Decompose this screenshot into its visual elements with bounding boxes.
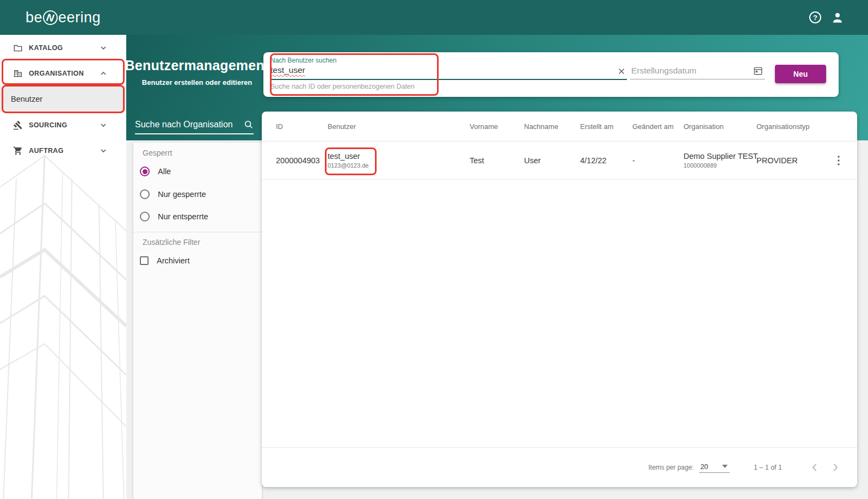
sidebar-item-sourcing[interactable]: SOURCING — [0, 112, 126, 138]
checkbox-label: Archiviert — [157, 256, 189, 265]
cell-organisation: Demo Supplier TEST 1000000889 — [684, 152, 756, 169]
cell-erstellt-am: 4/12/22 — [580, 156, 632, 165]
column-header-organisation: Organisation — [684, 122, 756, 131]
cart-icon — [13, 146, 23, 156]
items-per-page-label: Items per page: — [648, 464, 693, 471]
logo-n-icon: N — [42, 9, 58, 26]
sidebar-item-label: SOURCING — [29, 121, 67, 129]
chevron-down-icon — [99, 121, 108, 130]
sidebar-nav: KATALOG ORGANISATION — [0, 35, 126, 499]
sidebar-item-auftrag[interactable]: AUFTRAG — [0, 138, 126, 163]
filter-divider — [133, 232, 262, 232]
cell-geaendert-am: - — [632, 156, 684, 165]
column-header-id: ID — [276, 122, 328, 131]
app-root: beNeering ? — [0, 0, 868, 499]
logo-text-prefix: be — [26, 9, 42, 26]
radio-label: Alle — [158, 167, 171, 176]
filter-panel: Gesperrt Alle Nur gesperrte Nur entsperr… — [133, 143, 262, 499]
sidebar-item-label: ORGANISATION — [29, 70, 84, 77]
checkbox-archiviert[interactable]: Archiviert — [140, 256, 189, 265]
logo-text-suffix: eering — [58, 9, 101, 26]
top-app-bar: beNeering ? — [0, 0, 868, 35]
sidebar-item-label: AUFTRAG — [29, 147, 64, 155]
radio-unselected-icon — [140, 212, 150, 221]
items-per-page-value: 20 — [700, 463, 708, 471]
folder-icon — [13, 43, 23, 53]
clear-search-icon[interactable] — [617, 66, 626, 76]
column-header-benutzer: Benutzer — [328, 122, 470, 131]
checkbox-icon — [140, 256, 149, 265]
calendar-icon[interactable] — [753, 66, 763, 76]
user-table-card: ID Benutzer Vorname Nachname Erstellt am… — [262, 112, 857, 487]
cell-benutzer-name: test_user — [328, 152, 470, 161]
next-page-icon[interactable] — [829, 461, 842, 474]
cell-benutzer: test_user 0123@0123.de — [328, 152, 470, 169]
column-header-organisationstyp: Organisationstyp — [756, 122, 829, 131]
column-header-nachname: Nachname — [524, 122, 580, 131]
date-input-underline — [630, 79, 765, 79]
cell-id: 2000004903 — [276, 156, 328, 165]
table-paginator: Items per page: 20 1 – 1 of 1 — [262, 447, 857, 487]
table-empty-space — [262, 180, 857, 447]
chevron-up-icon — [99, 69, 108, 78]
user-search-input[interactable]: test_user — [270, 65, 305, 75]
column-header-geaendert-am: Geändert am — [632, 122, 684, 131]
cell-organisation-id: 1000000889 — [684, 162, 756, 169]
organisation-search-field[interactable]: Suche nach Organisation — [135, 120, 254, 134]
table-header-row: ID Benutzer Vorname Nachname Erstellt am… — [262, 112, 857, 141]
gavel-icon — [13, 120, 23, 130]
account-icon[interactable] — [831, 11, 844, 24]
sidebar-item-organisation[interactable]: ORGANISATION — [0, 60, 126, 86]
sidebar-item-label: KATALOG — [29, 44, 63, 52]
cell-benutzer-email: 0123@0123.de — [328, 162, 470, 169]
radio-option-alle[interactable]: Alle — [140, 167, 171, 176]
cell-vorname: Test — [470, 156, 524, 165]
radio-option-nur-entsperrte[interactable]: Nur entsperrte — [140, 212, 208, 221]
items-per-page-select[interactable]: 20 — [699, 463, 730, 473]
user-search-card: Nach Benutzer suchen test_user Suche nac… — [263, 52, 839, 97]
help-glyph: ? — [813, 14, 817, 22]
main-content: Benutzermanagement Benutzer erstellen od… — [126, 35, 868, 499]
column-header-erstellt-am: Erstellt am — [580, 122, 632, 131]
chevron-down-icon — [99, 146, 108, 155]
search-helper-text: Suche nach ID oder personenbezogenen Dat… — [270, 83, 415, 90]
paginator-range-label: 1 – 1 of 1 — [754, 464, 782, 471]
beneering-logo: beNeering — [0, 9, 126, 26]
table-row[interactable]: 2000004903 test_user 0123@0123.de Test U… — [262, 141, 857, 180]
chevron-down-icon — [99, 44, 108, 52]
organisation-search-underline — [135, 133, 254, 134]
row-menu-kebab-icon[interactable] — [837, 155, 840, 166]
sidebar-subitem-benutzer[interactable]: Benutzer — [0, 86, 126, 112]
organisation-search-placeholder: Suche nach Organisation — [135, 120, 233, 130]
topbar-actions: ? — [809, 11, 868, 24]
sidebar-subitem-label: Benutzer — [11, 95, 42, 103]
creation-date-input[interactable]: Erstellungsdatum — [631, 66, 697, 76]
cell-organisation-name: Demo Supplier TEST — [684, 152, 756, 161]
radio-label: Nur gesperrte — [158, 190, 206, 199]
cell-nachname: User — [524, 156, 580, 165]
help-icon[interactable]: ? — [809, 11, 821, 23]
new-user-button[interactable]: Neu — [775, 65, 826, 83]
previous-page-icon[interactable] — [808, 461, 821, 474]
search-input-underline — [270, 79, 627, 80]
search-field-label: Nach Benutzer suchen — [270, 57, 336, 64]
building-sketch-image — [0, 122, 126, 499]
filter-section-zusaetzliche: Zusätzliche Filter — [143, 238, 200, 247]
radio-selected-icon — [140, 167, 150, 176]
radio-unselected-icon — [140, 189, 150, 199]
filter-section-gesperrt: Gesperrt — [143, 149, 172, 157]
radio-label: Nur entsperrte — [158, 212, 208, 221]
cell-organisationstyp: PROVIDER — [756, 156, 829, 165]
organisation-building-icon — [13, 69, 23, 78]
page-title: Benutzermanagement — [125, 58, 269, 73]
column-header-vorname: Vorname — [470, 122, 524, 131]
radio-option-nur-gesperrte[interactable]: Nur gesperrte — [140, 189, 206, 199]
select-caret-icon — [722, 465, 728, 468]
sidebar-item-katalog[interactable]: KATALOG — [0, 35, 126, 60]
page-subtitle: Benutzer erstellen oder editieren — [142, 78, 252, 87]
page-title-block: Benutzermanagement Benutzer erstellen od… — [131, 58, 263, 87]
search-icon — [244, 120, 254, 130]
